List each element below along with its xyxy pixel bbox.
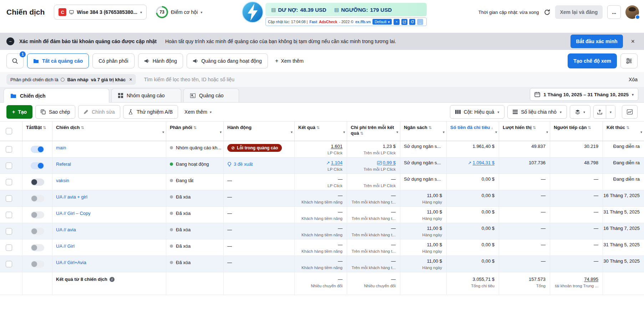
chevron-down-icon[interactable]: ▾: [546, 129, 548, 135]
spent-value[interactable]: 0,00 $: [482, 226, 495, 231]
campaign-toggle[interactable]: [31, 179, 44, 186]
breakdown-button[interactable]: Số liệu chia nhỏ ▾: [507, 105, 567, 119]
refresh-icon[interactable]: [409, 19, 415, 25]
spent-value[interactable]: 0,00 $: [482, 209, 495, 215]
col-results[interactable]: Kết quả⇅ ▾: [295, 122, 347, 141]
row-checkbox[interactable]: [6, 261, 12, 267]
col-amount-spent[interactable]: Số tiền đã chi tiêu↓ ▾: [447, 122, 499, 141]
export-options-button[interactable]: ▾: [606, 105, 615, 118]
campaign-name-link[interactable]: UA // avia + girl: [56, 194, 87, 200]
close-icon[interactable]: ×: [394, 19, 400, 25]
minimize-icon[interactable]: _: [417, 19, 423, 25]
chevron-down-icon[interactable]: ▾: [162, 129, 164, 135]
campaign-toggle[interactable]: [31, 261, 44, 268]
cpr-value[interactable]: —: [391, 242, 396, 248]
campaign-name-link[interactable]: Referal: [56, 161, 71, 167]
cpr-value[interactable]: 0,99 $: [383, 160, 396, 166]
col-reach[interactable]: Người tiếp cận⇅: [550, 122, 603, 141]
spent-value[interactable]: 0,00 $: [482, 258, 495, 264]
row-checkbox[interactable]: [6, 195, 12, 202]
result-value[interactable]: —: [338, 258, 343, 264]
select-all-checkbox[interactable]: [6, 128, 12, 134]
campaign-toggle[interactable]: [31, 162, 44, 169]
spent-value[interactable]: 0,00 $: [482, 176, 495, 182]
default-dropdown[interactable]: Default ▾: [372, 19, 392, 25]
campaign-toggle[interactable]: [31, 146, 44, 153]
review-publish-button[interactable]: Xem lại và đăng: [555, 5, 603, 19]
table-search-input[interactable]: Tìm kiếm để lọc theo tên, ID hoặc số liệ…: [144, 77, 621, 82]
campaign-name-link[interactable]: UA // Girl: [56, 243, 75, 249]
campaign-name-link[interactable]: UA // Girl+Avia: [56, 260, 86, 265]
spent-value[interactable]: 0,00 $: [482, 193, 495, 199]
col-impressions[interactable]: Lượt hiển thị⇅ ▾: [499, 122, 550, 141]
filter-tab-had-delivery[interactable]: Có phân phối: [92, 53, 134, 68]
tab-ads[interactable]: Quảng cáo: [183, 88, 239, 102]
row-checkbox[interactable]: [6, 212, 12, 218]
col-end-date[interactable]: Kết thúc⇅ ▾: [603, 122, 644, 141]
chevron-down-icon[interactable]: ▾: [343, 129, 345, 135]
columns-button[interactable]: Cột: Hiệu quả ▾: [450, 105, 505, 119]
charts-button[interactable]: [622, 105, 638, 119]
tab-adsets[interactable]: Nhóm quảng cáo: [111, 88, 181, 102]
tab-campaigns[interactable]: Chiến dịch: [4, 88, 109, 103]
view-settings-button[interactable]: [620, 53, 638, 68]
row-checkbox[interactable]: [6, 244, 12, 251]
cpr-value[interactable]: 1,23 $: [383, 144, 396, 149]
result-value[interactable]: —: [338, 242, 343, 248]
more-options-button[interactable]: ...: [607, 5, 621, 19]
result-value[interactable]: 1.104: [331, 160, 343, 166]
row-checkbox[interactable]: [6, 228, 12, 235]
chevron-down-icon[interactable]: ▾: [220, 129, 222, 135]
date-range-picker[interactable]: 1 Tháng 10, 2025 – 31 Tháng 10, 2025 ▾: [530, 88, 638, 101]
campaign-toggle[interactable]: [31, 228, 44, 235]
row-checkbox[interactable]: [6, 163, 12, 169]
campaign-name-link[interactable]: main: [56, 145, 66, 150]
filter-tab-active-ads[interactable]: Quảng cáo đang hoạt động: [187, 53, 268, 68]
error-badge[interactable]: ⊘ Lỗi trong quảng cáo: [227, 144, 282, 152]
popout-icon[interactable]: [401, 19, 407, 25]
delivery-filter-chip[interactable]: Phân phối chiến dịch là Bản nháp và 7 gi…: [6, 74, 136, 85]
campaign-name-link[interactable]: UA // Girl – Copy: [56, 211, 91, 216]
campaign-toggle[interactable]: [31, 244, 44, 251]
spent-value[interactable]: 1.961,40 $: [473, 144, 495, 149]
start-verification-button[interactable]: Bắt đầu xác minh: [571, 35, 623, 48]
cpr-value[interactable]: —: [391, 209, 396, 215]
col-cost-per-result[interactable]: Chi phí trên mỗi kết quả⇅ ▾: [347, 122, 400, 141]
chevron-down-icon[interactable]: ▾: [495, 129, 497, 135]
col-toggle[interactable]: Tắt/Bật⇅: [22, 122, 52, 141]
campaign-name-link[interactable]: UA // avia: [56, 227, 76, 232]
chevron-down-icon[interactable]: ▾: [443, 129, 445, 135]
create-campaign-button[interactable]: + Tạo: [6, 105, 32, 119]
col-action[interactable]: Hành động ▾: [224, 122, 295, 141]
cpr-value[interactable]: —: [391, 176, 396, 182]
cpr-value[interactable]: —: [391, 226, 396, 231]
col-delivery[interactable]: Phân phối⇅ ▾: [166, 122, 224, 141]
spent-value[interactable]: 0,00 $: [482, 242, 495, 248]
export-button[interactable]: [594, 105, 606, 118]
chevron-down-icon[interactable]: ▾: [396, 129, 398, 135]
campaign-name-link[interactable]: vaksin: [56, 178, 69, 183]
close-icon[interactable]: ×: [628, 38, 638, 45]
create-view-button[interactable]: Tạo chế độ xem: [568, 53, 617, 68]
result-value[interactable]: —: [338, 193, 343, 199]
result-value[interactable]: —: [338, 209, 343, 215]
close-icon[interactable]: ×: [129, 77, 132, 82]
col-campaign[interactable]: Chiến dịch⇅ ▾: [52, 122, 166, 141]
duplicate-button[interactable]: Sao chép: [35, 105, 75, 119]
account-selector[interactable]: C Wise 384 3 (6765385380... ▾: [54, 5, 147, 20]
col-budget[interactable]: Ngân sách⇅ ▾: [400, 122, 447, 141]
edit-button[interactable]: Chỉnh sửa: [78, 105, 120, 119]
cpr-value[interactable]: —: [391, 193, 396, 199]
row-checkbox[interactable]: [6, 146, 12, 153]
opportunity-score[interactable]: 73 Điểm cơ hội ▾: [156, 6, 202, 18]
reports-button[interactable]: ▾: [570, 105, 590, 119]
campaign-toggle[interactable]: [31, 195, 44, 202]
see-more-filters-button[interactable]: + Xem thêm: [272, 58, 307, 64]
suggestions-link[interactable]: 3 đề xuất: [227, 161, 253, 167]
filter-tab-actions[interactable]: Hành động: [138, 53, 183, 68]
chevron-down-icon[interactable]: ▾: [640, 129, 642, 135]
clear-filters-button[interactable]: Xóa: [629, 77, 638, 82]
row-checkbox[interactable]: [6, 179, 12, 185]
info-icon[interactable]: i: [110, 277, 115, 282]
ab-test-button[interactable]: Thử nghiệm A/B: [123, 105, 178, 119]
